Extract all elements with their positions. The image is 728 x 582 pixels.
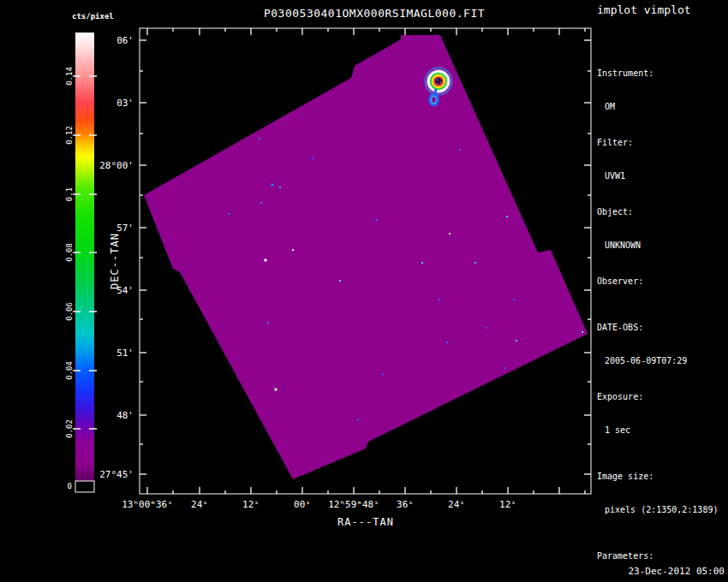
info-object-key: Object: — [597, 206, 718, 217]
info-exposure-value: 1 sec — [597, 425, 718, 436]
faint-source — [504, 367, 506, 369]
colorbar-tick-label: 0.12 — [65, 126, 74, 145]
faint-source — [312, 157, 313, 159]
faint-source — [474, 262, 476, 264]
faint-source — [260, 202, 262, 204]
info-imagesize-value: pixels (2:1350,2:1389) — [597, 504, 718, 515]
info-parameters-key: Parameters: — [597, 550, 718, 561]
info-dateobs-value: 2005-06-09T07:29 — [597, 355, 718, 366]
y-tick-label: 51' — [116, 347, 134, 359]
star-speck — [437, 83, 439, 85]
y-tick-label: 03' — [116, 98, 134, 109]
colorbar-tick-label: 0.04 — [65, 361, 74, 380]
faint-source — [485, 327, 486, 329]
x-tick-label: 12ʰ59ᵐ48ˢ — [328, 499, 379, 510]
info-instrument-key: Instrument: — [597, 68, 718, 79]
faint-source — [357, 419, 359, 420]
faint-source — [382, 373, 384, 375]
faint-source — [339, 280, 341, 282]
faint-source — [459, 149, 461, 151]
y-tick-label: 48' — [116, 410, 134, 421]
info-filter-value: UVW1 — [597, 170, 718, 181]
colorbar-tick-label: 0 — [68, 482, 72, 490]
info-imagesize-key: Image size: — [597, 471, 718, 482]
info-exposure-key: Exposure: — [597, 391, 718, 402]
x-tick-label: 24ˢ — [448, 499, 465, 510]
colorbar-tick-label: 0.1 — [65, 187, 74, 201]
info-filter-key: Filter: — [597, 137, 718, 148]
faint-source — [275, 389, 277, 391]
render-timestamp: 23-Dec-2012 05:00 — [628, 566, 725, 577]
x-tick-label: 36ˢ — [397, 499, 414, 510]
y-axis-title: DEC--TAN — [109, 233, 121, 289]
info-observer-key: Observer: — [597, 276, 718, 287]
implot-window: P0300530401OMX000RSIMAGL000.FIT implot v… — [0, 0, 728, 582]
colorbar-tick-label: 0.06 — [65, 302, 74, 321]
faint-source — [513, 299, 515, 300]
x-tick-label: 24ˢ — [191, 499, 208, 510]
faint-source — [265, 259, 267, 262]
info-panel: Instrument: OM Filter: UVW1 Object: UNKN… — [597, 45, 718, 582]
faint-source — [516, 340, 517, 341]
faint-source — [506, 216, 508, 217]
faint-source — [292, 249, 294, 251]
x-tick-label: 00ˢ — [294, 499, 311, 510]
x-tick-label: 13ʰ00ᵐ36ˢ — [122, 499, 173, 510]
faint-source — [449, 233, 451, 235]
faint-source — [267, 322, 269, 324]
faint-source — [259, 138, 260, 140]
x-axis-title: RA---TAN — [337, 516, 394, 528]
y-tick-label: 28°00' — [99, 160, 134, 171]
colorbar-tick-label: 0.08 — [65, 243, 74, 262]
exposure-field — [144, 35, 588, 479]
colorbar-tick-label: 0.02 — [65, 419, 74, 438]
info-dateobs-key: DATE-OBS: — [597, 322, 718, 333]
x-tick-label: 12ˢ — [242, 499, 260, 510]
colorbar-tick-label: 0.14 — [65, 67, 74, 86]
y-tick-label: 06' — [116, 35, 134, 46]
faint-source — [446, 341, 448, 343]
faint-source — [228, 213, 230, 215]
y-tick-label: 57' — [116, 223, 134, 234]
y-tick-label: 27°45' — [99, 469, 134, 480]
faint-source — [376, 219, 378, 221]
faint-source — [279, 187, 281, 188]
info-object-value: UNKNOWN — [597, 240, 718, 251]
colorbar-zero-segment — [75, 481, 94, 492]
faint-source — [582, 331, 583, 333]
x-tick-label: 12ˢ — [499, 499, 516, 510]
faint-source — [439, 299, 440, 300]
faint-source — [272, 184, 274, 187]
info-instrument-value: OM — [597, 101, 718, 112]
faint-source — [421, 262, 423, 264]
star-speck — [440, 82, 442, 84]
colorbar — [75, 33, 94, 492]
star-speck — [437, 80, 439, 81]
